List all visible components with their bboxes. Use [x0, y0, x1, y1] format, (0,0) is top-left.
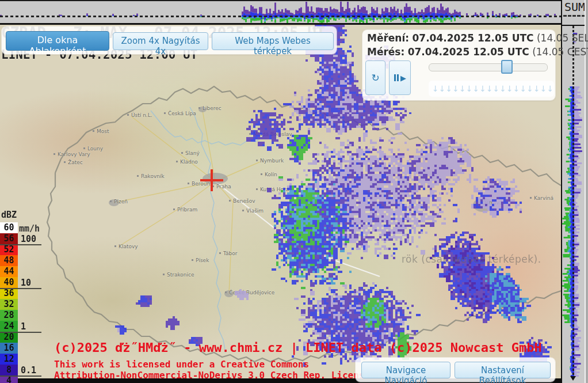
tick-arrow-icon: ↓	[506, 84, 513, 93]
play-icon: ▶	[400, 74, 406, 82]
tick-arrow-icon: ↓	[493, 84, 500, 93]
sum-label: SUM	[564, 0, 585, 14]
toolbar-panel: Dle okna Ablakonként Zoom 4x Nagyítás 4x…	[2, 26, 337, 54]
measurement-time-hu: Mérés: 07.04.2025 12.05 UTC (14.05 CEST)	[367, 46, 555, 58]
map-watermark: rök (csak webes térképek).	[402, 253, 541, 265]
pause-play-button[interactable]: ▶	[389, 60, 411, 95]
license-text-line1: This work is licensed under a Creative C…	[54, 359, 309, 370]
copyright-text: (c)2025 ďż˝HMďż˝ - www.chmi.cz | LINET d…	[54, 340, 542, 355]
web-maps-button[interactable]: Web Maps Webes térképek	[212, 32, 334, 50]
tick-arrow-icon: ↓	[526, 84, 533, 93]
timeline-tick-marks: ↓↓↓↓↓↓↓↓↓↓↓↓↓↓↓↓↓↓	[429, 81, 554, 97]
measurement-time-cz: Měření: 07.04.2025 12.05 UTC (14.05 SELC…	[367, 32, 555, 44]
time-slider-handle[interactable]	[501, 60, 513, 74]
tick-arrow-icon: ↓	[513, 84, 520, 93]
display-mode-button[interactable]: Dle okna Ablakonként	[6, 31, 109, 51]
tick-arrow-icon: ↓	[459, 84, 466, 93]
timeline-histogram-strip[interactable]	[0, 0, 561, 25]
refresh-button[interactable]: ↻	[365, 60, 385, 95]
tick-arrow-icon: ↓	[540, 84, 547, 93]
tick-arrow-icon: ↓	[445, 84, 452, 93]
navigation-button[interactable]: Navigace Navigáció	[361, 362, 450, 378]
tick-arrow-icon: ↓	[439, 84, 446, 93]
time-slider[interactable]	[429, 63, 548, 71]
sum-column-header: SUM	[561, 0, 588, 26]
navigation-panel: Navigace Navigáció Nastavení Beállítások	[356, 358, 555, 382]
measurement-datetime: 07.04.2025 12.05 UTC	[413, 32, 534, 44]
zoom-4x-button[interactable]: Zoom 4x Nagyítás 4x	[113, 32, 208, 50]
settings-button[interactable]: Nastavení Beállítások	[455, 362, 551, 378]
measurement-datetime: 07.04.2025 12.05 UTC	[408, 46, 529, 58]
location-crosshair	[211, 169, 213, 191]
tick-arrow-icon: ↓	[452, 84, 459, 93]
time-control-panel: Měření: 07.04.2025 12.05 UTC (14.05 SELC…	[362, 30, 555, 100]
tick-arrow-icon: ↓	[466, 84, 473, 93]
measurement-label: Měření:	[367, 32, 409, 44]
dashed-baseline	[563, 15, 585, 17]
pause-icon	[394, 74, 396, 81]
measurement-localtime: (14.05 SELC)	[537, 32, 588, 44]
tick-arrow-icon: ↓	[520, 84, 527, 93]
pause-icon	[397, 74, 399, 81]
sum-histogram-strip[interactable]	[561, 26, 585, 383]
tick-arrow-icon: ↓	[479, 84, 486, 93]
tick-arrow-icon: ↓	[432, 84, 439, 93]
measurement-localtime: (14.05 CEST)	[532, 46, 588, 58]
license-text-line2: Attribution-NonCommercial-NoDerivs 3.0 C…	[54, 370, 370, 378]
tick-arrow-icon: ↓	[472, 84, 479, 93]
tick-arrow-icon: ↓	[486, 84, 493, 93]
measurement-label: Mérés:	[367, 46, 404, 58]
radar-viewer-window: Karlovy VaryMostÚstí n.L.Česká LípaLiber…	[0, 0, 588, 383]
tick-arrow-icon: ↓	[533, 84, 540, 93]
tick-arrow-icon: ↓	[499, 84, 506, 93]
refresh-icon: ↻	[371, 73, 379, 84]
tick-arrow-icon: ↓	[547, 84, 553, 93]
